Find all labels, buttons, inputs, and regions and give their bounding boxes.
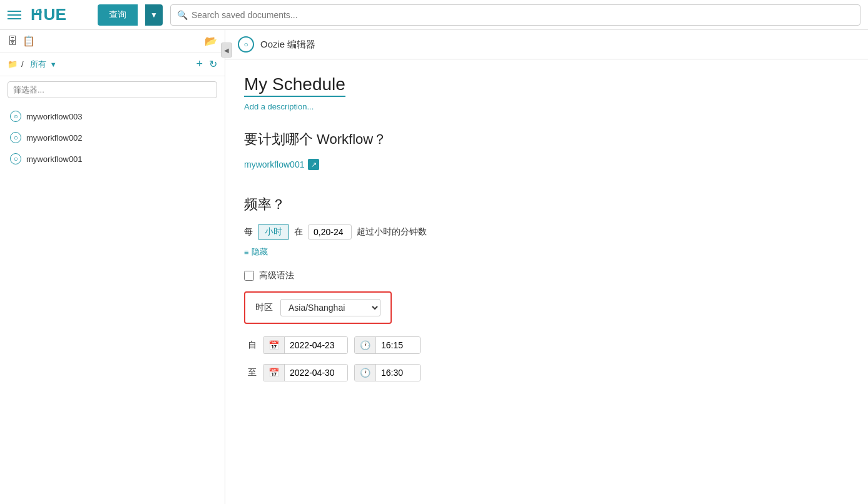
frequency-section-title: 频率？ bbox=[244, 195, 849, 214]
all-dropdown[interactable]: 所有 bbox=[30, 59, 46, 70]
filter-input[interactable] bbox=[8, 81, 217, 98]
path-slash: / bbox=[21, 59, 24, 69]
start-label: 自 bbox=[244, 340, 257, 351]
hide-link[interactable]: ≡ 隐藏 bbox=[244, 246, 849, 258]
svg-text:UE: UE bbox=[44, 6, 66, 24]
start-calendar-icon: 📅 bbox=[263, 337, 285, 353]
content-area: ○ Oozie 编辑器 My Schedule Add a descriptio… bbox=[225, 30, 868, 504]
freq-unit-button[interactable]: 小时 bbox=[258, 224, 289, 240]
advanced-syntax-row: 高级语法 bbox=[244, 270, 849, 281]
main-layout: ◀ 🗄 📋 📂 📁 / 所有 ▼ + ↻ ⊙ myworkflow003 bbox=[0, 30, 868, 504]
oozie-editor-header: ○ Oozie 编辑器 bbox=[225, 30, 868, 59]
workflow-item-label: myworkflow003 bbox=[26, 112, 83, 121]
sidebar-toolbar: 🗄 📋 📂 bbox=[0, 30, 225, 53]
freq-at-label: 在 bbox=[294, 226, 303, 238]
refresh-button[interactable]: ↻ bbox=[209, 58, 217, 70]
end-time-input-wrap: 🕐 bbox=[354, 364, 421, 381]
page-title: My Schedule bbox=[244, 74, 345, 97]
schedule-content: My Schedule Add a description... 要计划哪个 W… bbox=[225, 59, 868, 409]
svg-text:H: H bbox=[31, 6, 43, 24]
frequency-section: 频率？ 每 小时 在 超过小时的分钟数 ≡ 隐藏 高级语法 bbox=[244, 195, 849, 381]
list-item[interactable]: ⊙ myworkflow001 bbox=[0, 148, 225, 169]
hide-label: 隐藏 bbox=[252, 246, 268, 258]
end-date-input-wrap: 📅 bbox=[263, 364, 348, 381]
sidebar-filter bbox=[0, 76, 225, 103]
start-time-input-wrap: 🕐 bbox=[354, 336, 421, 354]
add-item-button[interactable]: + bbox=[196, 58, 203, 71]
freq-description: 超过小时的分钟数 bbox=[357, 226, 427, 238]
navbar: H UE 查询 ▼ 🔍 bbox=[0, 0, 868, 30]
timezone-box: 时区 Asia/Shanghai UTC America/New_York Eu… bbox=[244, 291, 392, 324]
freq-every-label: 每 bbox=[244, 226, 253, 238]
sidebar-items: ⊙ myworkflow003 ⊙ myworkflow002 ⊙ mywork… bbox=[0, 103, 225, 504]
advanced-syntax-checkbox[interactable] bbox=[244, 271, 254, 281]
workflow-item-label: myworkflow001 bbox=[26, 154, 83, 164]
external-link-icon: ↗ bbox=[308, 159, 319, 170]
workflow-section-title: 要计划哪个 Workflow？ bbox=[244, 130, 849, 149]
freq-value-input[interactable] bbox=[308, 224, 352, 239]
search-input[interactable] bbox=[191, 10, 854, 20]
database-icon[interactable]: 🗄 bbox=[8, 36, 18, 47]
query-dropdown-button[interactable]: ▼ bbox=[145, 4, 163, 26]
sidebar-path: 📁 / 所有 ▼ + ↻ bbox=[0, 53, 225, 76]
oozie-icon: ○ bbox=[238, 36, 254, 53]
workflow-item-label: myworkflow002 bbox=[26, 133, 83, 143]
hamburger-menu[interactable] bbox=[8, 11, 21, 19]
workflow-link-label: myworkflow001 bbox=[244, 159, 304, 169]
end-label: 至 bbox=[244, 367, 257, 378]
workflow-icon: ⊙ bbox=[10, 153, 21, 164]
search-icon: 🔍 bbox=[177, 10, 188, 20]
end-calendar-icon: 📅 bbox=[263, 365, 285, 381]
timezone-select[interactable]: Asia/Shanghai UTC America/New_York Europ… bbox=[280, 299, 380, 316]
start-time-input[interactable] bbox=[376, 337, 420, 353]
query-button[interactable]: 查询 bbox=[98, 4, 138, 26]
sidebar-collapse-button[interactable]: ◀ bbox=[221, 43, 232, 58]
oozie-editor-title: Oozie 编辑器 bbox=[260, 39, 315, 51]
start-date-row: 自 📅 🕐 bbox=[244, 336, 849, 354]
end-clock-icon: 🕐 bbox=[355, 365, 376, 381]
all-dropdown-arrow: ▼ bbox=[50, 61, 57, 68]
end-time-input[interactable] bbox=[376, 365, 420, 381]
end-date-row: 至 📅 🕐 bbox=[244, 364, 849, 381]
start-date-input-wrap: 📅 bbox=[263, 336, 348, 354]
workflow-icon: ⊙ bbox=[10, 132, 21, 143]
folder-path-icon: 📁 bbox=[8, 59, 18, 69]
hide-icon: ≡ bbox=[244, 248, 249, 257]
sidebar: ◀ 🗄 📋 📂 📁 / 所有 ▼ + ↻ ⊙ myworkflow003 bbox=[0, 30, 225, 504]
workflow-icon: ⊙ bbox=[10, 111, 21, 122]
start-date-input[interactable] bbox=[285, 337, 347, 353]
start-clock-icon: 🕐 bbox=[355, 337, 376, 353]
search-bar: 🔍 bbox=[170, 4, 860, 26]
list-item[interactable]: ⊙ myworkflow003 bbox=[0, 106, 225, 127]
end-date-input[interactable] bbox=[285, 365, 347, 381]
advanced-syntax-label: 高级语法 bbox=[259, 270, 294, 281]
timezone-label: 时区 bbox=[255, 302, 273, 313]
folder-icon[interactable]: 📂 bbox=[205, 35, 217, 47]
frequency-row: 每 小时 在 超过小时的分钟数 bbox=[244, 224, 849, 240]
hue-logo: H UE bbox=[29, 6, 85, 24]
copy-icon[interactable]: 📋 bbox=[23, 35, 35, 47]
add-description-link[interactable]: Add a description... bbox=[244, 102, 849, 111]
list-item[interactable]: ⊙ myworkflow002 bbox=[0, 127, 225, 148]
workflow-link[interactable]: myworkflow001 ↗ bbox=[244, 159, 849, 170]
